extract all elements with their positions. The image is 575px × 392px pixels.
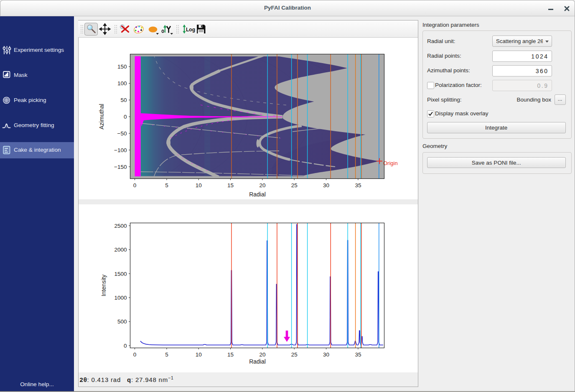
svg-text:Azimuthal: Azimuthal xyxy=(98,104,105,129)
svg-text:10: 10 xyxy=(196,182,202,188)
svg-text:20: 20 xyxy=(259,182,265,188)
svg-text:10: 10 xyxy=(196,351,202,358)
svg-text:2000: 2000 xyxy=(114,247,127,253)
svg-text:100: 100 xyxy=(117,80,127,87)
svg-text:0: 0 xyxy=(124,114,127,120)
svg-text:0: 0 xyxy=(133,182,137,188)
svg-text:5: 5 xyxy=(165,351,168,358)
svg-text:35: 35 xyxy=(355,351,361,358)
svg-text:−150: −150 xyxy=(114,164,127,170)
svg-text:Intensity: Intensity xyxy=(100,275,107,296)
svg-text:Origin: Origin xyxy=(383,160,398,166)
svg-text:30: 30 xyxy=(323,182,329,188)
svg-text:150: 150 xyxy=(117,64,127,70)
svg-text:2500: 2500 xyxy=(114,223,127,229)
svg-text:35: 35 xyxy=(355,182,361,188)
svg-text:15: 15 xyxy=(227,182,234,188)
svg-text:0: 0 xyxy=(124,343,127,349)
svg-text:50: 50 xyxy=(120,97,127,103)
svg-text:−100: −100 xyxy=(114,147,127,153)
svg-text:30: 30 xyxy=(323,351,329,358)
svg-text:0: 0 xyxy=(133,351,137,358)
svg-text:25: 25 xyxy=(291,182,298,188)
svg-text:15: 15 xyxy=(227,351,234,358)
svg-text:500: 500 xyxy=(117,318,127,325)
svg-text:1000: 1000 xyxy=(114,295,127,301)
svg-text:1500: 1500 xyxy=(114,271,127,277)
svg-text:5: 5 xyxy=(165,182,168,188)
svg-text:Radial: Radial xyxy=(249,358,266,365)
svg-text:Radial: Radial xyxy=(249,191,266,198)
svg-text:−50: −50 xyxy=(117,130,127,137)
svg-text:Log: Log xyxy=(186,27,195,33)
svg-text:25: 25 xyxy=(291,351,298,358)
svg-text:20: 20 xyxy=(259,351,265,358)
